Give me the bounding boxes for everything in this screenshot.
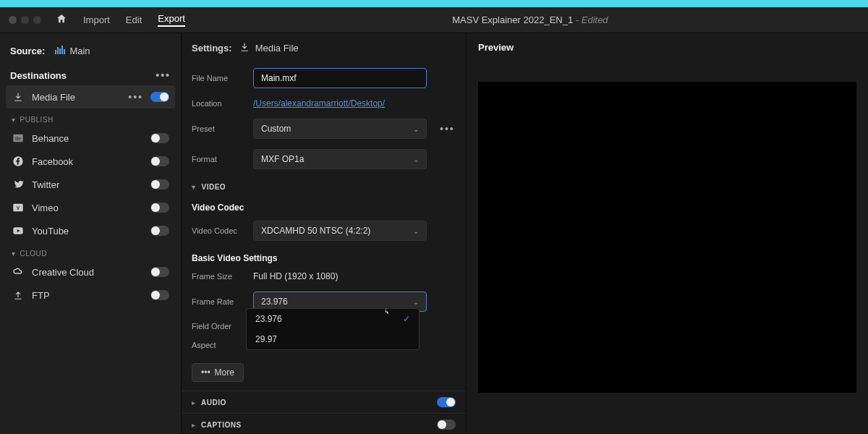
field-order-label: Field Order [192, 322, 246, 331]
facebook-toggle[interactable] [150, 156, 169, 166]
format-row: Format MXF OP1a ⌄ [182, 144, 466, 174]
svg-rect-2 [59, 48, 61, 54]
destination-youtube[interactable]: YouTube [6, 219, 175, 242]
youtube-toggle[interactable] [150, 226, 169, 236]
preset-row: Preset Custom ⌄ ••• [182, 114, 466, 144]
audio-toggle[interactable] [437, 397, 456, 407]
destination-vimeo[interactable]: V Vimeo [6, 196, 175, 219]
destinations-more-icon[interactable]: ••• [156, 69, 171, 81]
chevron-right-icon: ▸ [192, 399, 195, 407]
file-name-row: File Name [182, 63, 466, 93]
twitter-toggle[interactable] [150, 179, 169, 190]
minimize-window-icon[interactable] [21, 16, 29, 24]
captions-section[interactable]: ▸ CAPTIONS [182, 413, 466, 434]
preset-more-icon[interactable]: ••• [440, 123, 455, 135]
media-file-toggle[interactable] [150, 92, 169, 102]
behance-toggle[interactable] [150, 133, 169, 143]
destination-media-file[interactable]: Media File ••• [6, 85, 175, 109]
twitter-icon [12, 178, 25, 191]
main-toolbar: Import Edit Export MASV Explainer 2022_E… [0, 7, 868, 33]
basic-video-title: Basic Video Settings [182, 246, 466, 266]
tab-import[interactable]: Import [83, 14, 110, 25]
destination-creative-cloud[interactable]: Creative Cloud [6, 260, 175, 284]
frame-rate-option-23976[interactable]: 23.976 ✓ [247, 309, 419, 329]
maximize-window-icon[interactable] [33, 16, 41, 24]
video-codec-label: Video Codec [192, 226, 246, 235]
format-select[interactable]: MXF OP1a ⌄ [253, 149, 427, 169]
youtube-icon [12, 224, 25, 237]
source-value: Main [55, 45, 90, 56]
tab-edit[interactable]: Edit [126, 14, 142, 25]
destination-behance[interactable]: Be Behance [6, 127, 175, 150]
location-label: Location [192, 99, 246, 108]
chevron-down-icon: ▾ [12, 116, 16, 124]
creative-cloud-icon [12, 265, 25, 278]
frame-rate-dropdown: 23.976 ✓ 29.97 [246, 308, 420, 350]
preset-select[interactable]: Custom ⌄ [253, 119, 427, 139]
format-label: Format [192, 155, 246, 163]
frame-rate-row: Frame Rate 23.976 ⌄ 23.976 ✓ 29.97 [182, 286, 466, 317]
chevron-down-icon: ⌄ [413, 298, 419, 306]
location-row: Location /Users/alexandramarriott/Deskto… [182, 93, 466, 114]
vimeo-icon: V [12, 201, 25, 214]
settings-header-value: Media File [255, 43, 299, 54]
destination-ftp[interactable]: FTP [6, 284, 175, 307]
destinations-header: Destinations ••• [6, 65, 175, 85]
destinations-label: Destinations [10, 70, 67, 81]
chevron-down-icon: ⌄ [413, 125, 419, 133]
chevron-down-icon: ▾ [192, 183, 196, 191]
vimeo-toggle[interactable] [150, 203, 169, 213]
tab-export[interactable]: Export [158, 13, 185, 27]
video-section-header[interactable]: ▾ VIDEO [182, 174, 466, 195]
behance-icon: Be [12, 132, 25, 145]
ftp-toggle[interactable] [150, 290, 169, 300]
close-window-icon[interactable] [9, 16, 17, 24]
captions-toggle[interactable] [437, 420, 456, 430]
source-label: Source: [10, 46, 45, 56]
media-file-more-icon[interactable]: ••• [128, 91, 143, 103]
chevron-right-icon: ▸ [192, 421, 195, 429]
home-icon[interactable] [56, 13, 67, 27]
download-icon [239, 42, 250, 54]
svg-rect-4 [64, 49, 65, 54]
document-title: MASV Explainer 2022_EN_1 - Edited [201, 14, 859, 25]
svg-rect-0 [55, 50, 56, 54]
settings-panel: Settings: Media File File Name Location … [182, 33, 467, 434]
file-name-label: File Name [192, 74, 246, 82]
frame-rate-label: Frame Rate [192, 297, 246, 306]
preview-header: Preview [478, 42, 856, 53]
more-dots-icon: ••• [201, 367, 210, 378]
destination-twitter[interactable]: Twitter [6, 173, 175, 196]
facebook-icon [12, 155, 25, 168]
frame-size-value: Full HD (1920 x 1080) [253, 271, 338, 281]
creative-cloud-toggle[interactable] [150, 267, 169, 277]
file-name-input[interactable] [253, 68, 427, 88]
frame-size-label: Frame Size [192, 272, 246, 281]
video-codec-title: Video Codec [182, 195, 466, 216]
svg-text:Be: Be [15, 136, 21, 141]
chevron-down-icon: ⌄ [413, 156, 419, 163]
publish-section-header[interactable]: ▾ PUBLISH [6, 109, 175, 127]
audio-section[interactable]: ▸ AUDIO [182, 391, 466, 413]
svg-text:V: V [17, 205, 20, 210]
cloud-section-header[interactable]: ▾ CLOUD [6, 242, 175, 260]
chevron-down-icon: ▾ [12, 250, 16, 258]
left-sidebar: Source: Main Destinations ••• Media File… [0, 33, 182, 434]
destination-facebook[interactable]: Facebook [6, 150, 175, 173]
settings-header: Settings: Media File [182, 33, 466, 63]
document-title-text: MASV Explainer 2022_EN_1 [452, 14, 573, 25]
video-codec-select[interactable]: XDCAMHD 50 NTSC (4:2:2) ⌄ [253, 221, 427, 241]
frame-rate-option-2997[interactable]: 29.97 [247, 329, 419, 349]
more-button[interactable]: ••• More [192, 363, 244, 382]
equalizer-icon [55, 45, 65, 56]
window-controls[interactable] [9, 16, 41, 24]
preview-viewport [478, 82, 856, 393]
chevron-down-icon: ⌄ [413, 227, 419, 235]
check-icon: ✓ [403, 314, 410, 324]
upload-icon [12, 289, 25, 302]
location-link[interactable]: /Users/alexandramarriott/Desktop/ [253, 98, 385, 109]
svg-rect-1 [57, 47, 59, 54]
preset-label: Preset [192, 124, 246, 133]
frame-size-row: Frame Size Full HD (1920 x 1080) [182, 266, 466, 286]
svg-rect-3 [61, 46, 63, 54]
